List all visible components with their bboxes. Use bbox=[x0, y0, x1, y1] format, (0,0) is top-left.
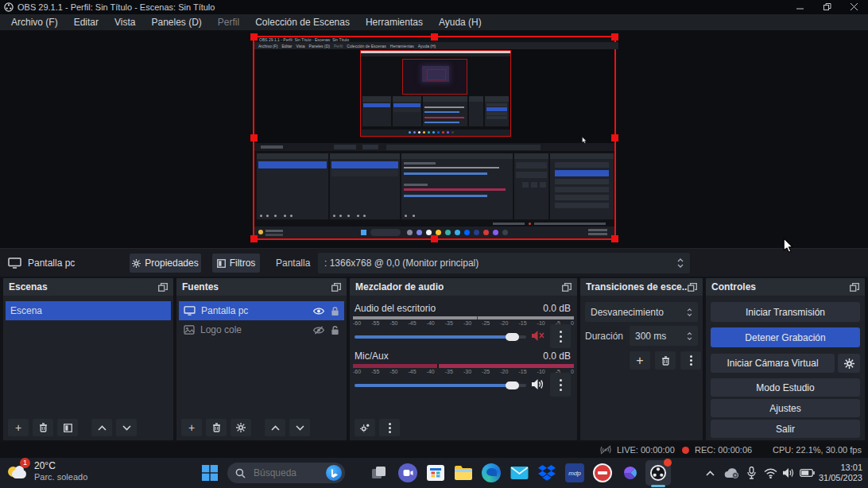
close-button[interactable] bbox=[841, 0, 868, 14]
exit-button[interactable]: Salir bbox=[711, 420, 860, 438]
minimize-button[interactable] bbox=[787, 0, 814, 14]
popout-icon[interactable] bbox=[688, 283, 697, 292]
move-scene-down-button[interactable] bbox=[116, 419, 137, 436]
move-source-down-button[interactable] bbox=[289, 419, 310, 436]
mini-menu-item: Editar bbox=[281, 44, 292, 48]
add-source-button[interactable]: + bbox=[181, 419, 202, 436]
titlebar: OBS 29.1.1 - Perfil: Sin Título - Escena… bbox=[0, 0, 868, 14]
remove-transition-button[interactable] bbox=[655, 351, 676, 370]
microsoft-store-icon[interactable] bbox=[424, 461, 448, 485]
lock-icon[interactable] bbox=[331, 306, 339, 316]
resize-handle-bottom-right[interactable] bbox=[611, 235, 618, 242]
move-scene-up-button[interactable] bbox=[91, 419, 112, 436]
source-properties-button[interactable] bbox=[231, 419, 251, 436]
studio-mode-button[interactable]: Modo Estudio bbox=[711, 378, 860, 397]
popout-icon[interactable] bbox=[850, 283, 859, 292]
tick: -40 bbox=[427, 369, 435, 374]
mini-toolbar-dots bbox=[405, 215, 407, 217]
channel-options-button[interactable] bbox=[550, 373, 571, 397]
menu-vista[interactable]: Vista bbox=[107, 14, 143, 30]
slider-handle[interactable] bbox=[506, 333, 519, 341]
scene-filters-button[interactable] bbox=[57, 419, 78, 436]
resize-handle-mid-right[interactable] bbox=[611, 134, 618, 141]
channel-options-button[interactable] bbox=[550, 324, 571, 348]
wifi-icon[interactable] bbox=[761, 461, 780, 485]
restore-button[interactable] bbox=[814, 0, 841, 14]
popout-icon[interactable] bbox=[331, 283, 341, 292]
menu-perfil[interactable]: Perfil bbox=[210, 14, 247, 30]
microphone-icon[interactable] bbox=[742, 461, 760, 485]
menu-paneles[interactable]: Paneles (D) bbox=[144, 14, 210, 30]
display-combo-value: : 1366x768 @ 0,0 (Monitor principal) bbox=[324, 258, 677, 269]
mail-icon[interactable] bbox=[507, 461, 531, 485]
combo-spinner-icon[interactable] bbox=[677, 258, 684, 268]
move-source-up-button[interactable] bbox=[265, 419, 285, 436]
resize-handle-top-left[interactable] bbox=[250, 33, 258, 41]
start-streaming-button[interactable]: Iniciar Transmisión bbox=[711, 302, 860, 322]
filters-button[interactable]: Filtros bbox=[212, 254, 260, 273]
volume-slider-desktop[interactable] bbox=[355, 335, 526, 339]
clipchamp-icon[interactable] bbox=[618, 461, 642, 485]
volume-slider-mic[interactable] bbox=[355, 384, 526, 387]
popout-icon[interactable] bbox=[562, 283, 572, 292]
clock-widget[interactable]: 13:01 31/05/2023 bbox=[819, 463, 862, 483]
menu-editar[interactable]: Editar bbox=[66, 14, 107, 30]
unlock-icon[interactable] bbox=[331, 325, 339, 335]
stop-recording-button[interactable]: Detener Grabación bbox=[711, 327, 860, 347]
spinbox-arrows-icon[interactable] bbox=[687, 332, 692, 340]
menu-herramientas[interactable]: Herramientas bbox=[358, 14, 431, 30]
remove-source-button[interactable] bbox=[206, 419, 227, 436]
scene-item-escena[interactable]: Escena bbox=[6, 301, 171, 320]
onedrive-icon[interactable] bbox=[722, 461, 742, 485]
advanced-audio-button[interactable] bbox=[355, 419, 375, 436]
search-box[interactable] bbox=[227, 463, 345, 483]
resize-handle-mid-left[interactable] bbox=[250, 134, 258, 141]
start-button[interactable] bbox=[198, 461, 222, 485]
eye-icon[interactable] bbox=[312, 307, 325, 316]
menu-archivo[interactable]: Archivo (F) bbox=[3, 14, 66, 30]
file-explorer-icon[interactable] bbox=[451, 461, 475, 485]
edge-icon[interactable] bbox=[479, 461, 503, 485]
virtual-camera-settings-button[interactable] bbox=[838, 354, 860, 373]
resize-handle-bottom-center[interactable] bbox=[431, 235, 438, 242]
resize-handle-bottom-left[interactable] bbox=[250, 235, 258, 242]
transition-combo[interactable]: Desvanecimiento bbox=[585, 302, 698, 322]
battery-icon[interactable] bbox=[796, 461, 817, 485]
display-combo[interactable]: : 1366x768 @ 0,0 (Monitor principal) bbox=[318, 253, 690, 273]
dropbox-icon[interactable] bbox=[535, 461, 559, 485]
settings-button[interactable]: Ajustes bbox=[711, 399, 860, 417]
duration-spinbox[interactable]: 300 ms bbox=[630, 326, 698, 346]
milaulas-icon[interactable]: mdp bbox=[563, 461, 587, 485]
task-view-icon[interactable] bbox=[367, 461, 391, 485]
obs-taskbar-icon[interactable] bbox=[645, 460, 671, 486]
source-item-pantalla-pc[interactable]: Pantalla pc bbox=[179, 301, 344, 320]
transition-options-button[interactable] bbox=[680, 351, 701, 370]
volume-icon[interactable] bbox=[779, 461, 798, 485]
eye-slash-icon[interactable] bbox=[312, 326, 325, 335]
menu-ayuda[interactable]: Ayuda (H) bbox=[431, 14, 490, 30]
weather-widget[interactable]: 1 20°C Parc. soleado bbox=[6, 460, 87, 482]
combo-spinner-icon[interactable] bbox=[687, 308, 692, 316]
mixer-options-button[interactable] bbox=[379, 419, 400, 436]
speaker-icon[interactable] bbox=[531, 378, 544, 390]
search-input[interactable] bbox=[252, 467, 320, 479]
properties-button[interactable]: Propiedades bbox=[130, 254, 201, 273]
red-app-icon[interactable] bbox=[591, 461, 614, 485]
remove-scene-button[interactable] bbox=[33, 419, 53, 436]
add-scene-button[interactable]: + bbox=[8, 419, 29, 436]
source-item-logo-cole[interactable]: Logo cole bbox=[179, 320, 344, 339]
start-virtual-camera-button[interactable]: Iniciar Cámara Virtual bbox=[711, 354, 835, 373]
muted-speaker-icon[interactable] bbox=[531, 330, 544, 342]
slider-handle[interactable] bbox=[506, 381, 519, 389]
menu-coleccion-escenas[interactable]: Colección de Escenas bbox=[247, 14, 358, 30]
teams-icon[interactable] bbox=[396, 461, 420, 485]
mini-toolbar-dots bbox=[260, 215, 262, 217]
mini-menu-item: Vista bbox=[296, 44, 305, 48]
resize-handle-top-right[interactable] bbox=[611, 33, 618, 41]
resize-handle-top-center[interactable] bbox=[431, 33, 438, 41]
popout-icon[interactable] bbox=[158, 283, 168, 292]
mini-dock-mixer bbox=[401, 153, 513, 219]
preview-source-selection[interactable]: OBS 29.1.1 - Perfil: Sin Título - Escena… bbox=[253, 36, 616, 240]
add-transition-button[interactable]: + bbox=[630, 351, 650, 370]
tray-chevron-icon[interactable] bbox=[701, 461, 719, 485]
